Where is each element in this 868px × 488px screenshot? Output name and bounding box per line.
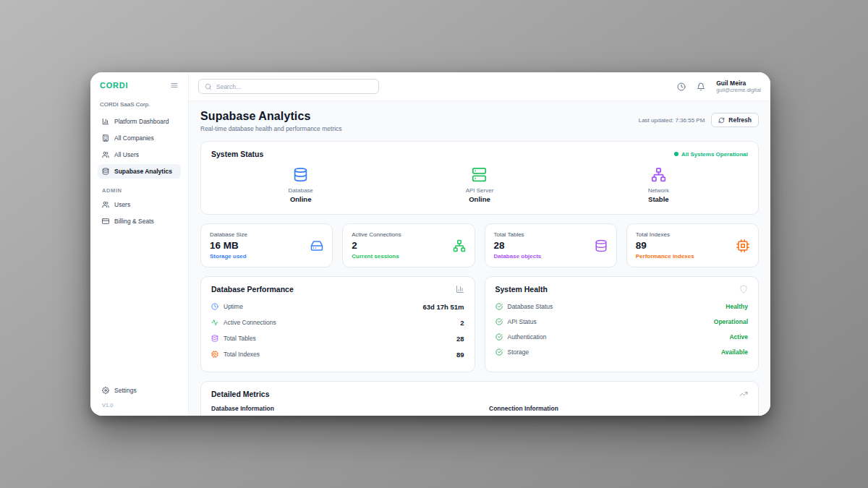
health-rows: Database StatusHealthyAPI StatusOperatio…	[495, 299, 749, 359]
network-icon	[651, 167, 666, 182]
performance-row-value: 2	[460, 319, 464, 327]
performance-title: Database Performance	[211, 285, 294, 294]
sidebar-item-all-companies[interactable]: All Companies	[98, 131, 181, 145]
users-icon	[102, 151, 109, 158]
metric-sublabel: Current sessions	[352, 253, 401, 260]
status-item-value: Online	[290, 195, 312, 203]
status-item-label: API Server	[466, 187, 494, 194]
status-item-label: Network	[648, 187, 669, 194]
health-row-value: Healthy	[726, 303, 748, 310]
health-row-label: API Status	[508, 318, 537, 325]
metric-sublabel: Database objects	[494, 253, 542, 260]
status-item-database: DatabaseOnline	[211, 167, 390, 203]
performance-row-value: 63d 17h 51m	[422, 303, 464, 311]
sidebar-item-platform-dashboard[interactable]: Platform Dashboard	[98, 114, 181, 129]
detail-column-title: Database Information	[211, 405, 470, 412]
status-item-api-server: API ServerOnline	[390, 167, 569, 203]
last-updated: Last updated: 7:36:55 PM	[639, 117, 705, 124]
check-circle-icon	[495, 318, 503, 325]
cpu-icon	[736, 239, 749, 252]
database-icon	[102, 168, 109, 175]
system-health-card: System Health Database StatusHealthyAPI …	[485, 276, 760, 372]
sidebar-item-label: Settings	[114, 387, 137, 394]
performance-row-value: 89	[456, 351, 464, 359]
status-item-label: Database	[289, 187, 313, 194]
page-subtitle: Real-time database health and performanc…	[200, 125, 342, 132]
sidebar-item-users[interactable]: Users	[98, 197, 181, 212]
bell-icon[interactable]	[697, 82, 705, 91]
clock-icon	[211, 303, 218, 310]
health-row-value: Operational	[714, 318, 748, 325]
sidebar-item-settings[interactable]: Settings	[98, 383, 181, 398]
health-title: System Health	[495, 285, 548, 294]
detail-column-database-information: Database InformationDatabase Size:16 MB	[211, 405, 470, 416]
app-window: CORDI CORDI SaaS Corp. Platform Dashboar…	[90, 72, 770, 416]
database-icon	[595, 239, 608, 252]
user-block[interactable]: Guil Meira guil@creme.digital	[716, 80, 761, 94]
health-row-storage: StorageAvailable	[495, 344, 749, 359]
network-icon	[453, 239, 466, 252]
metric-label: Active Connections	[352, 231, 401, 238]
users-icon	[102, 201, 109, 208]
cpu-icon	[211, 351, 218, 358]
check-circle-icon	[495, 333, 503, 341]
sidebar-nav: Platform DashboardAll CompaniesAll Users…	[98, 114, 181, 181]
detail-column-connection-information: Connection InformationActive Connections…	[489, 405, 748, 416]
user-name: Guil Meira	[716, 80, 761, 87]
metric-value: 16 MB	[210, 240, 247, 251]
sidebar-item-label: Billing & Seats	[114, 218, 154, 225]
overall-status-badge: All Systems Operational	[674, 151, 748, 158]
search-box[interactable]	[198, 79, 379, 94]
page-title: Supabase Analytics	[200, 110, 342, 123]
metrics-row: Database Size16 MBStorage usedActive Con…	[200, 223, 759, 267]
sidebar-item-label: Platform Dashboard	[114, 118, 169, 125]
health-row-label: Storage	[508, 348, 529, 356]
refresh-button[interactable]: Refresh	[711, 113, 759, 127]
bar-chart-icon	[456, 285, 464, 294]
admin-section-label: ADMIN	[102, 187, 176, 194]
sidebar-item-supabase-analytics[interactable]: Supabase Analytics	[98, 164, 181, 179]
database-icon	[211, 335, 218, 342]
performance-row-total-tables: Total Tables28	[211, 330, 464, 346]
refresh-icon	[718, 117, 725, 124]
credit-card-icon	[102, 218, 109, 225]
detail-column-title: Connection Information	[489, 405, 748, 412]
system-status-title: System Status	[211, 150, 263, 158]
menu-icon[interactable]	[170, 81, 179, 90]
performance-row-total-indexes: Total Indexes89	[211, 346, 464, 362]
clock-icon[interactable]	[677, 82, 686, 91]
content: Supabase Analytics Real-time database he…	[189, 101, 770, 416]
sidebar-item-label: All Users	[114, 151, 139, 158]
overall-status-label: All Systems Operational	[681, 151, 748, 158]
check-circle-icon	[495, 348, 503, 356]
metric-label: Total Tables	[494, 231, 542, 238]
gear-icon	[102, 387, 109, 394]
health-row-value: Available	[721, 348, 748, 356]
user-email: guil@creme.digital	[716, 87, 761, 93]
performance-row-label: Total Indexes	[224, 351, 260, 358]
performance-rows: Uptime63d 17h 51mActive Connections2Tota…	[211, 299, 464, 362]
check-circle-icon	[495, 303, 503, 310]
sidebar-item-label: All Companies	[114, 134, 154, 142]
sidebar-item-all-users[interactable]: All Users	[98, 147, 181, 162]
hard-drive-icon	[310, 239, 323, 252]
shield-icon	[739, 285, 748, 294]
metric-sublabel: Storage used	[210, 253, 247, 260]
refresh-label: Refresh	[728, 116, 752, 124]
database-icon	[293, 167, 308, 182]
app-version: V1.0	[98, 400, 181, 408]
search-input[interactable]	[216, 83, 373, 90]
sidebar-item-label: Users	[114, 201, 130, 208]
sidebar-item-billing-seats[interactable]: Billing & Seats	[98, 214, 181, 228]
metric-label: Total Indexes	[636, 231, 694, 238]
health-row-label: Database Status	[508, 303, 553, 310]
system-status-card: System Status All Systems Operational Da…	[200, 141, 759, 215]
metric-card-total-tables: Total Tables28Database objects	[485, 223, 617, 267]
server-icon	[472, 167, 487, 182]
detailed-metrics-card: Detailed Metrics Database InformationDat…	[200, 381, 759, 416]
status-item-value: Stable	[648, 195, 669, 203]
performance-row-label: Total Tables	[224, 335, 256, 342]
topbar: Guil Meira guil@creme.digital	[189, 72, 770, 101]
building-icon	[102, 134, 109, 142]
health-row-api-status: API StatusOperational	[495, 314, 749, 329]
